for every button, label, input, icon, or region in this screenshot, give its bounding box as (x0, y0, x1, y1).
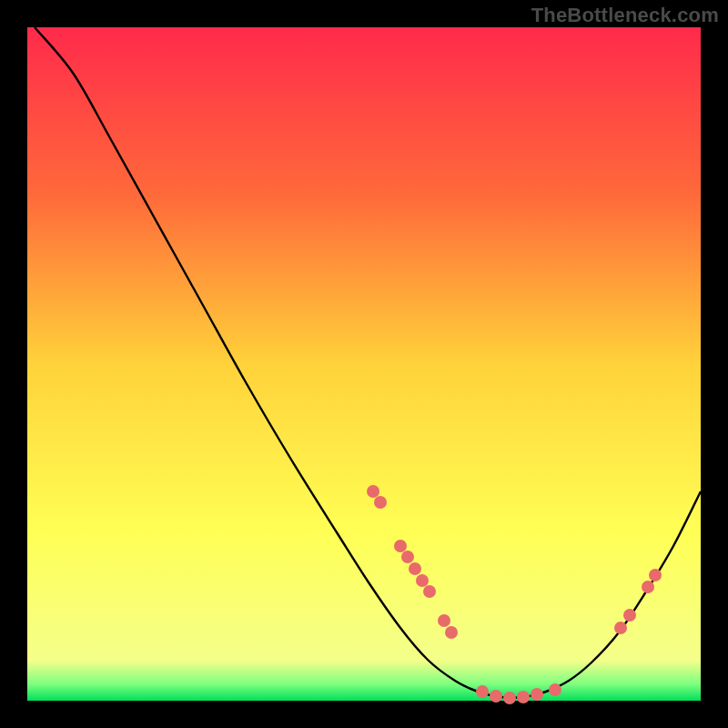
data-point (423, 585, 436, 598)
data-point (517, 691, 530, 703)
data-point (649, 569, 662, 581)
data-point (503, 692, 516, 704)
data-point (394, 540, 407, 552)
data-point (401, 551, 414, 563)
data-point (642, 581, 654, 593)
data-point (476, 685, 489, 698)
data-point (490, 690, 502, 703)
data-point (367, 485, 379, 498)
chart-container: TheBottleneck.com (0, 0, 728, 728)
data-point (374, 496, 387, 509)
data-point (531, 688, 543, 701)
bottleneck-chart (0, 0, 728, 728)
data-point (409, 562, 421, 575)
watermark-text: TheBottleneck.com (531, 4, 719, 27)
data-point (438, 614, 450, 627)
data-point (416, 574, 429, 587)
data-point (549, 683, 561, 696)
plot-background (27, 27, 701, 701)
data-point (614, 622, 627, 634)
data-point (445, 626, 458, 639)
data-point (623, 609, 636, 622)
